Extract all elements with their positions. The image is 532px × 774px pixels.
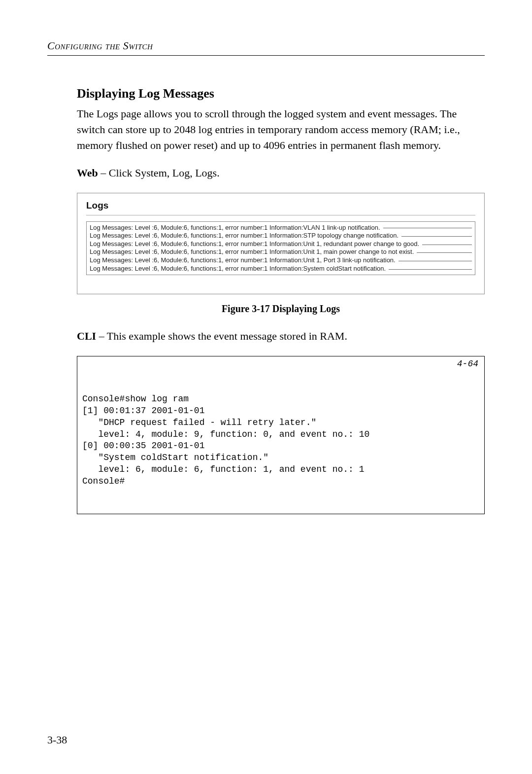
section-title: Displaying Log Messages <box>77 86 485 101</box>
log-trailing-line <box>422 245 472 245</box>
intro-paragraph: The Logs page allows you to scroll throu… <box>77 106 485 153</box>
cli-output-block: 4-64 Console#show log ram [1] 00:01:37 2… <box>77 356 485 514</box>
chapter-header: Configuring the Switch <box>47 39 485 52</box>
log-text: Log Messages: Level :6, Module:6, functi… <box>90 224 380 232</box>
chapter-rule <box>47 55 485 56</box>
log-trailing-line <box>417 252 472 253</box>
log-row[interactable]: Log Messages: Level :6, Module:6, functi… <box>90 248 472 256</box>
logs-web-panel: Logs Log Messages: Level :6, Module:6, f… <box>77 193 485 295</box>
log-row[interactable]: Log Messages: Level :6, Module:6, functi… <box>90 232 472 240</box>
web-text: – Click System, Log, Logs. <box>98 167 220 179</box>
panel-rule <box>86 215 475 215</box>
log-row[interactable]: Log Messages: Level :6, Module:6, functi… <box>90 224 472 232</box>
figure-caption: Figure 3-17 Displaying Logs <box>77 303 485 315</box>
log-trailing-line <box>389 269 472 270</box>
logs-panel-title: Logs <box>86 200 475 211</box>
cli-label: CLI <box>77 330 96 342</box>
log-row[interactable]: Log Messages: Level :6, Module:6, functi… <box>90 240 472 248</box>
log-trailing-line <box>401 236 472 237</box>
cli-page-ref: 4-64 <box>457 358 478 370</box>
log-text: Log Messages: Level :6, Module:6, functi… <box>90 232 399 240</box>
log-text: Log Messages: Level :6, Module:6, functi… <box>90 256 396 265</box>
log-text: Log Messages: Level :6, Module:6, functi… <box>90 265 386 273</box>
cli-text: – This example shows the event message s… <box>96 330 347 342</box>
log-trailing-line <box>383 228 472 228</box>
log-text: Log Messages: Level :6, Module:6, functi… <box>90 240 419 248</box>
log-trailing-line <box>399 261 472 261</box>
web-instruction: Web – Click System, Log, Logs. <box>77 165 485 181</box>
log-listbox[interactable]: Log Messages: Level :6, Module:6, functi… <box>86 221 475 276</box>
log-row[interactable]: Log Messages: Level :6, Module:6, functi… <box>90 256 472 265</box>
web-label: Web <box>77 167 98 179</box>
cli-lines: Console#show log ram [1] 00:01:37 2001-0… <box>82 393 479 487</box>
log-row[interactable]: Log Messages: Level :6, Module:6, functi… <box>90 265 472 273</box>
page-number: 3-38 <box>47 734 67 746</box>
cli-instruction: CLI – This example shows the event messa… <box>77 328 485 344</box>
log-text: Log Messages: Level :6, Module:6, functi… <box>90 248 414 256</box>
